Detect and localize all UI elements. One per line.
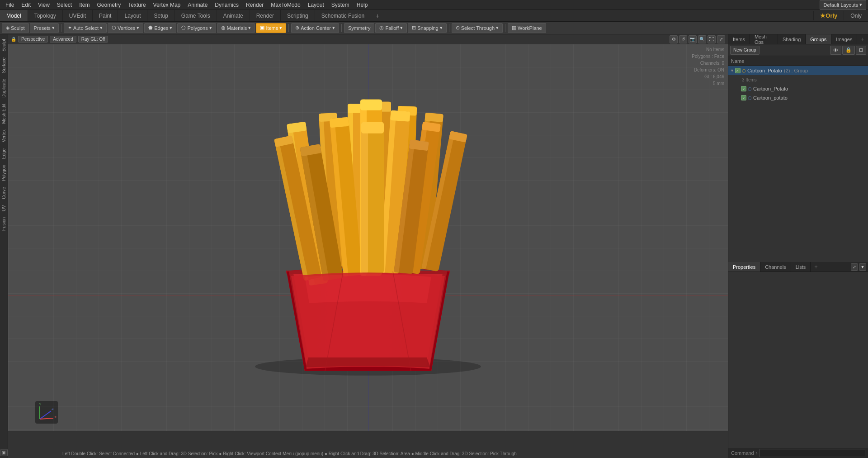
tab-animate[interactable]: Animate — [217, 10, 250, 21]
prop-tab-lists[interactable]: Lists — [791, 262, 811, 272]
prop-tab-plus[interactable]: + — [811, 262, 821, 271]
rp-tab-images[interactable]: Images — [831, 34, 857, 44]
left-tab-surface[interactable]: Surface — [0, 55, 7, 76]
tab-paint[interactable]: Paint — [93, 10, 118, 21]
menu-item-help[interactable]: Help — [353, 1, 372, 9]
menu-item-geometry[interactable]: Geometry — [94, 1, 125, 9]
viewport-camera-icon[interactable]: 📷 — [689, 35, 697, 43]
left-tab-sculpt[interactable]: Sculpt — [0, 36, 7, 54]
tab-render[interactable]: Render — [250, 10, 281, 21]
menu-item-texture[interactable]: Texture — [124, 1, 149, 9]
tab-schematic[interactable]: Schematic Fusion — [315, 10, 371, 21]
tab-only[interactable]: Only — [844, 11, 868, 20]
lower-mesh-icon: ⬡ — [748, 95, 752, 100]
items-button[interactable]: ▣ Items ▾ — [256, 23, 286, 33]
sculpt-button[interactable]: ◈ Sculpt — [2, 23, 29, 33]
select-through-button[interactable]: ⊙ Select Through ▾ — [452, 23, 503, 33]
left-tab-polygon[interactable]: Polygon — [0, 162, 7, 184]
auto-select-button[interactable]: ✦ Auto Select ▾ — [64, 23, 107, 33]
tab-gametools[interactable]: Game Tools — [175, 10, 217, 21]
tree-item-sub-items[interactable]: 3 Items — [728, 75, 868, 84]
tab-model[interactable]: Model — [0, 10, 28, 21]
rp-grid-icon[interactable]: ⊞ — [856, 46, 866, 55]
vertices-button[interactable]: ⬡ Vertices ▾ — [108, 23, 143, 33]
new-group-button[interactable]: New Group — [730, 46, 760, 55]
gl-info: GL: 6,046 — [692, 73, 724, 80]
edges-button[interactable]: ⬟ Edges ▾ — [144, 23, 176, 33]
scene-tree[interactable]: ▼ ✓ ⬡ Cartoon_Potato (2) : Group 3 Items… — [728, 66, 868, 262]
menu-item-layout[interactable]: Layout — [304, 1, 328, 9]
left-tab-curve[interactable]: Curve — [0, 184, 7, 202]
command-input[interactable] — [760, 449, 865, 457]
tab-layout[interactable]: Layout — [118, 10, 147, 21]
menu-item-system[interactable]: System — [328, 1, 353, 9]
left-tab-fusion[interactable]: Fusion — [0, 215, 7, 234]
rp-tab-items[interactable]: Items — [728, 34, 750, 44]
viewport-settings-icon[interactable]: ⚙ — [670, 35, 678, 43]
menu-item-select[interactable]: Select — [53, 1, 75, 9]
menu-item-render[interactable]: Render — [242, 1, 267, 9]
tab-scripting[interactable]: Scripting — [281, 10, 315, 21]
rp-tab-shading[interactable]: Shading — [778, 34, 806, 44]
visibility-checkbox[interactable]: ✓ — [735, 68, 741, 73]
left-tab-duplicate[interactable]: Duplicate — [0, 76, 7, 100]
svg-text:X: X — [54, 415, 57, 419]
mesh-visibility-checkbox[interactable]: ✓ — [741, 86, 746, 91]
tree-item-cartoon-potato-mesh[interactable]: ✓ ⬡ Cartoon_Potato — [728, 84, 868, 93]
lower-visibility-checkbox[interactable]: ✓ — [741, 95, 746, 100]
cartoon-potato-lower-label: Cartoon_potato — [753, 95, 788, 100]
rp-tab-plus[interactable]: + — [857, 35, 868, 43]
menu-item-animate[interactable]: Animate — [184, 1, 211, 9]
menu-item-view[interactable]: View — [34, 1, 53, 9]
viewport-zoom-icon[interactable]: 🔍 — [698, 35, 706, 43]
sculpt-icon: ◈ — [6, 25, 9, 31]
menu-item-file[interactable]: File — [2, 1, 18, 9]
tab-topology[interactable]: Topology — [28, 10, 63, 21]
tree-item-cartoon-potato-lower[interactable]: ✓ ⬡ Cartoon_potato — [728, 93, 868, 102]
advanced-button[interactable]: Advanced — [50, 36, 76, 43]
menu-item-maxtomodo[interactable]: MaxToModo — [267, 1, 304, 9]
tab-plus-button[interactable]: + — [371, 11, 384, 21]
materials-button[interactable]: ◍ Materials ▾ — [217, 23, 255, 33]
viewport-expand-icon[interactable]: ⛶ — [708, 35, 716, 43]
viewport-canvas[interactable]: Z X Y No Items Polygons : Face Channels:… — [8, 44, 728, 431]
tab-orly[interactable]: ★ Orly — [813, 11, 844, 20]
menu-item-vertexmap[interactable]: Vertex Map — [150, 1, 184, 9]
rp-tab-groups[interactable]: Groups — [806, 34, 831, 44]
prop-collapse-icon[interactable]: ▼ — [859, 263, 866, 271]
prop-tab-properties[interactable]: Properties — [728, 262, 760, 272]
raygl-button[interactable]: Ray GL: Off — [78, 36, 108, 43]
left-sidebar-bottom-btn[interactable]: ▣ — [0, 449, 8, 456]
action-center-button[interactable]: ⊕ Action Center ▾ — [291, 23, 339, 33]
snapping-button[interactable]: ⊞ Snapping ▾ — [408, 23, 447, 33]
properties-tabs: Properties Channels Lists + ⤢ ▼ — [728, 262, 868, 272]
left-tab-vertex[interactable]: Vertex — [0, 127, 7, 145]
tab-setup[interactable]: Setup — [147, 10, 175, 21]
menu-item-item[interactable]: Item — [75, 1, 93, 9]
menu-item-edit[interactable]: Edit — [18, 1, 34, 9]
prop-resize-icon[interactable]: ⤢ — [851, 263, 858, 271]
svg-text:Z: Z — [52, 407, 54, 411]
left-tab-edge[interactable]: Edge — [0, 146, 7, 162]
prop-tab-channels[interactable]: Channels — [760, 262, 791, 272]
rp-eye-icon[interactable]: 👁 — [830, 46, 841, 55]
viewport-refresh-icon[interactable]: ↺ — [679, 35, 687, 43]
tree-item-cartoon-potato-group[interactable]: ▼ ✓ ⬡ Cartoon_Potato (2) : Group — [728, 66, 868, 75]
menu-item-dynamics[interactable]: Dynamics — [211, 1, 242, 9]
work-plane-button[interactable]: ▦ WorkPlane — [508, 23, 546, 33]
perspective-button[interactable]: Perspective — [18, 36, 48, 43]
symmetry-button[interactable]: Symmetry — [344, 23, 375, 33]
tab-uvedit[interactable]: UVEdit — [63, 10, 93, 21]
properties-panel: Properties Channels Lists + ⤢ ▼ Command … — [728, 262, 868, 458]
falloff-button[interactable]: ◎ Falloff ▾ — [375, 23, 407, 33]
rp-tab-mesh-ops[interactable]: Mesh Ops — [750, 34, 778, 44]
rp-lock-icon[interactable]: 🔒 — [842, 46, 855, 55]
default-layouts-dropdown[interactable]: Default Layouts ▾ — [820, 0, 866, 10]
work-plane-icon: ▦ — [512, 25, 516, 31]
edges-icon: ⬟ — [148, 25, 153, 31]
viewport-fullscreen-icon[interactable]: ⤢ — [717, 35, 725, 43]
left-tab-mesh-edit[interactable]: Mesh Edit — [0, 101, 7, 126]
polygons-button[interactable]: ⬠ Polygons ▾ — [177, 23, 216, 33]
presets-button[interactable]: Presets ▾ — [30, 23, 59, 33]
left-tab-uv[interactable]: UV — [0, 202, 7, 214]
